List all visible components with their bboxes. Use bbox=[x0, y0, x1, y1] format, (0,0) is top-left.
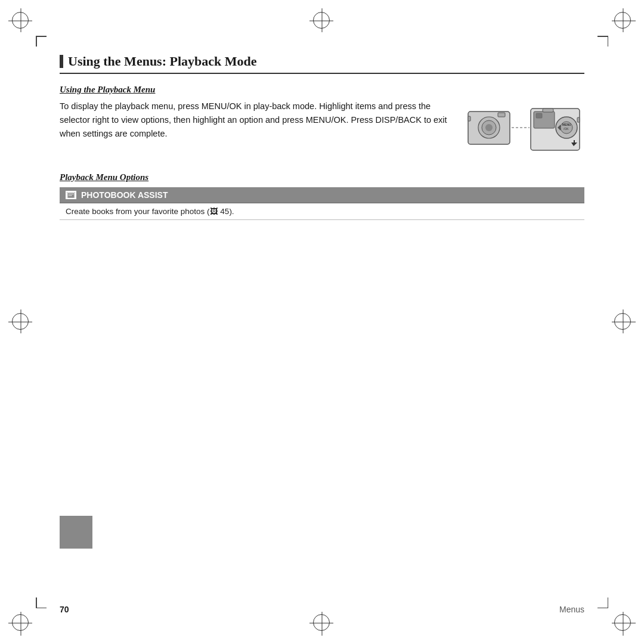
intro-text-3: . Press bbox=[346, 115, 375, 125]
reg-mark-bottom-center bbox=[313, 614, 331, 632]
reg-mark-middle-left bbox=[12, 313, 30, 331]
reg-mark-top-right bbox=[614, 12, 632, 30]
svg-rect-4 bbox=[498, 113, 505, 117]
section-title-text: Using the Menus: Playback Mode bbox=[68, 54, 257, 69]
svg-rect-9 bbox=[536, 113, 542, 118]
page-number: 70 bbox=[60, 605, 69, 614]
camera-image-area: MENU /OK bbox=[465, 100, 584, 159]
corner-bracket-tl bbox=[36, 36, 47, 47]
menu-item-highlighted-row: PHOTOBOOK ASSIST bbox=[60, 187, 584, 203]
page-content: Using the Menus: Playback Mode Using the… bbox=[60, 54, 584, 590]
menu-item-icon bbox=[66, 191, 76, 199]
svg-rect-15 bbox=[543, 109, 553, 112]
svg-point-3 bbox=[485, 124, 493, 131]
section-title: Using the Menus: Playback Mode bbox=[60, 54, 584, 74]
reg-mark-top-left bbox=[12, 12, 30, 30]
page-footer: 70 Menus bbox=[60, 605, 584, 614]
footer-section-name: Menus bbox=[559, 605, 584, 614]
reg-mark-middle-right bbox=[614, 313, 632, 331]
intro-bold-3: DISP/BACK bbox=[376, 115, 422, 125]
menu-item-label: PHOTOBOOK ASSIST bbox=[81, 190, 168, 200]
subsection-title: Using the Playback Menu bbox=[60, 85, 584, 95]
reg-mark-bottom-right bbox=[614, 614, 632, 632]
thumbnail-box bbox=[60, 516, 92, 549]
intro-text-1: To display the playback menu, press bbox=[60, 101, 202, 111]
corner-bracket-bl bbox=[36, 597, 47, 608]
title-bar-decoration bbox=[60, 55, 63, 68]
svg-rect-5 bbox=[468, 116, 470, 121]
reg-mark-top-center bbox=[313, 12, 331, 30]
intro-text-block: To display the playback menu, press MENU… bbox=[60, 100, 453, 141]
intro-bold-2: MENU/OK bbox=[306, 115, 346, 125]
intro-row: To display the playback menu, press MENU… bbox=[60, 100, 584, 159]
menu-item-description: Create books from your favorite photos (… bbox=[60, 203, 584, 220]
svg-text:/OK: /OK bbox=[564, 127, 569, 131]
svg-text:MENU: MENU bbox=[562, 123, 571, 126]
options-section: Playback Menu Options PHOTOBOOK ASSIST C… bbox=[60, 172, 584, 220]
reg-mark-bottom-left bbox=[12, 614, 30, 632]
corner-bracket-tr bbox=[597, 36, 608, 47]
corner-bracket-br bbox=[597, 597, 608, 608]
options-section-title: Playback Menu Options bbox=[60, 172, 584, 182]
svg-rect-16 bbox=[577, 117, 580, 122]
intro-bold-1: MENU/OK bbox=[202, 101, 242, 111]
camera-diagram-svg: MENU /OK bbox=[465, 100, 584, 159]
